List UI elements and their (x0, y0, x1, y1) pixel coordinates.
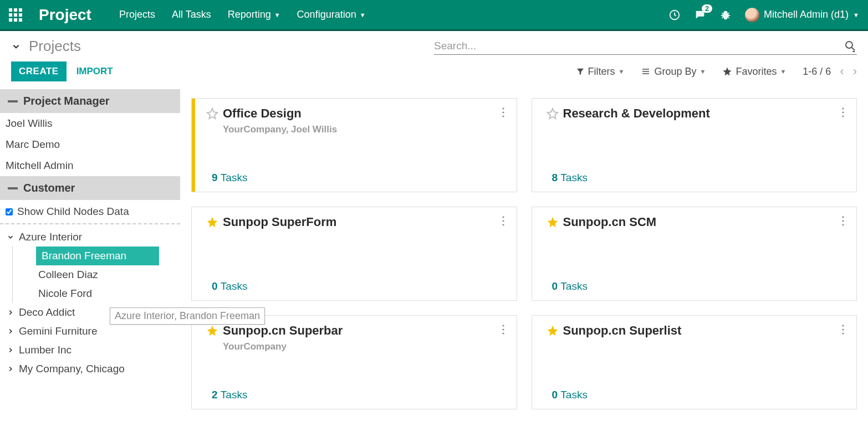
card-menu-icon[interactable]: ⋮ (838, 322, 849, 336)
nav-label: Reporting (228, 9, 271, 20)
show-child-checkbox-row[interactable]: Show Child Nodes Data (0, 200, 180, 224)
pager-next[interactable]: › (853, 64, 857, 79)
card-menu-icon[interactable]: ⋮ (498, 214, 509, 227)
star-icon[interactable] (547, 325, 559, 337)
tree-node[interactable]: My Company, Chicago (4, 360, 176, 378)
user-name: Mitchell Admin (d1) (764, 9, 849, 20)
project-card[interactable]: ⋮Sunpop SuperForm0 Tasks (191, 207, 517, 301)
clock-icon[interactable] (668, 9, 681, 21)
page-title: Projects (29, 38, 81, 55)
chevron-right-icon (7, 327, 14, 335)
star-icon[interactable] (547, 107, 559, 120)
project-card[interactable]: ⋮Office DesignYourCompany, Joel Willis9 … (191, 98, 517, 192)
apps-icon[interactable] (9, 8, 22, 22)
card-footer[interactable]: 0 Tasks (552, 280, 846, 292)
tree-node[interactable]: Deco Addict (4, 303, 176, 322)
import-button[interactable]: IMPORT (76, 66, 113, 77)
groupby-label: Group By (654, 66, 696, 78)
tree-label: Nicole Ford (38, 287, 92, 300)
content: Project Manager Joel Willis Marc Demo Mi… (0, 89, 868, 418)
checkbox-label: Show Child Nodes Data (17, 206, 129, 218)
caret-down-icon: ▼ (274, 12, 280, 18)
sidebar-section-manager[interactable]: Project Manager (0, 89, 180, 113)
nav-label: Projects (119, 9, 155, 20)
tree-label: Gemini Furniture (19, 325, 98, 337)
manager-item[interactable]: Mitchell Admin (0, 155, 180, 176)
card-footer[interactable]: 0 Tasks (552, 389, 846, 401)
card-menu-icon[interactable]: ⋮ (838, 214, 849, 227)
tree-label: Brandon Freeman (42, 250, 126, 262)
search-area (434, 38, 857, 55)
card-title: Sunpop SuperForm (223, 215, 336, 229)
project-card[interactable]: ⋮Sunpop.cn SuperbarYourCompany2 Tasks (191, 315, 517, 409)
show-child-checkbox[interactable] (6, 208, 13, 215)
avatar (745, 8, 759, 22)
chat-button[interactable]: 2 (694, 9, 706, 21)
card-subtitle: YourCompany, Joel Willis (223, 124, 506, 135)
caret-down-icon: ▼ (360, 12, 366, 18)
star-icon[interactable] (206, 325, 218, 337)
tree-node-colleen[interactable]: Colleen Diaz (36, 265, 176, 284)
manager-item[interactable]: Joel Willis (0, 113, 180, 134)
search-input[interactable] (434, 38, 844, 54)
customer-tree: Azure Interior Brandon Freeman Colleen D… (0, 224, 180, 382)
nav-projects[interactable]: Projects (119, 9, 155, 20)
star-icon[interactable] (206, 216, 218, 228)
create-button[interactable]: CREATE (11, 61, 67, 81)
nav-right: 2 Mitchell Admin (d1) ▼ (668, 8, 859, 22)
card-subtitle: YourCompany (223, 341, 506, 352)
filters-button[interactable]: Filters ▼ (576, 66, 625, 78)
kanban: ⋮Office DesignYourCompany, Joel Willis9 … (180, 89, 868, 418)
search-icon[interactable] (844, 39, 857, 53)
card-footer[interactable]: 0 Tasks (212, 280, 506, 292)
tree-label: Lumber Inc (19, 344, 72, 356)
card-title: Sunpop.cn Superlist (563, 324, 682, 338)
chevron-down-icon[interactable] (11, 42, 21, 52)
card-menu-icon[interactable]: ⋮ (498, 105, 509, 119)
tree-node-azure[interactable]: Azure Interior (4, 228, 176, 247)
breadcrumb: Projects (11, 38, 81, 55)
nav-all-tasks[interactable]: All Tasks (172, 9, 211, 20)
tree-label: Azure Interior (19, 231, 82, 243)
card-menu-icon[interactable]: ⋮ (498, 322, 509, 336)
star-icon[interactable] (206, 107, 218, 120)
chevron-right-icon (7, 309, 14, 316)
star-icon[interactable] (547, 216, 559, 228)
controls-row: CREATE IMPORT Filters ▼ Group By ▼ Favor… (0, 55, 868, 89)
chevron-right-icon (7, 346, 14, 354)
pager-range: 1-6 / 6 (803, 66, 831, 78)
card-title: Sunpop.cn SCM (563, 215, 657, 229)
navbar: Project Projects All Tasks Reporting▼ Co… (0, 0, 868, 31)
chat-badge: 2 (702, 4, 712, 13)
sidebar-section-customer[interactable]: Customer (0, 176, 180, 200)
search-tools: Filters ▼ Group By ▼ Favorites ▼ 1-6 / 6… (576, 64, 857, 79)
bug-icon[interactable] (719, 9, 732, 21)
pager-prev[interactable]: ‹ (840, 64, 844, 79)
project-card[interactable]: ⋮Sunpop.cn Superlist0 Tasks (532, 315, 857, 409)
card-footer[interactable]: 8 Tasks (552, 172, 846, 184)
chevron-right-icon (7, 365, 14, 373)
nav-configuration[interactable]: Configuration▼ (297, 9, 366, 20)
card-footer[interactable]: 9 Tasks (212, 172, 506, 184)
manager-item[interactable]: Marc Demo (0, 134, 180, 155)
groupby-button[interactable]: Group By ▼ (641, 66, 706, 78)
card-menu-icon[interactable]: ⋮ (838, 105, 849, 119)
project-card[interactable]: ⋮Sunpop.cn SCM0 Tasks (532, 207, 857, 301)
tree-node-nicole[interactable]: Nicole Ford (36, 284, 176, 303)
card-title: Sunpop.cn Superbar (223, 324, 343, 338)
card-footer[interactable]: 2 Tasks (212, 389, 506, 401)
brand[interactable]: Project (39, 6, 91, 24)
user-menu[interactable]: Mitchell Admin (d1) ▼ (745, 8, 859, 22)
tree-node-brandon[interactable]: Brandon Freeman (36, 247, 159, 265)
project-card[interactable]: ⋮Research & Development8 Tasks (532, 98, 857, 192)
tree-node[interactable]: Gemini Furniture (4, 322, 176, 341)
caret-down-icon: ▼ (853, 12, 859, 18)
tree-node[interactable]: Lumber Inc (4, 341, 176, 360)
nav-label: Configuration (297, 9, 356, 20)
nav-reporting[interactable]: Reporting▼ (228, 9, 280, 20)
favorites-button[interactable]: Favorites ▼ (722, 66, 786, 78)
filter-icon (576, 67, 585, 76)
sidebar: Project Manager Joel Willis Marc Demo Mi… (0, 89, 180, 418)
collapse-icon (8, 187, 18, 189)
caret-down-icon: ▼ (619, 68, 625, 75)
